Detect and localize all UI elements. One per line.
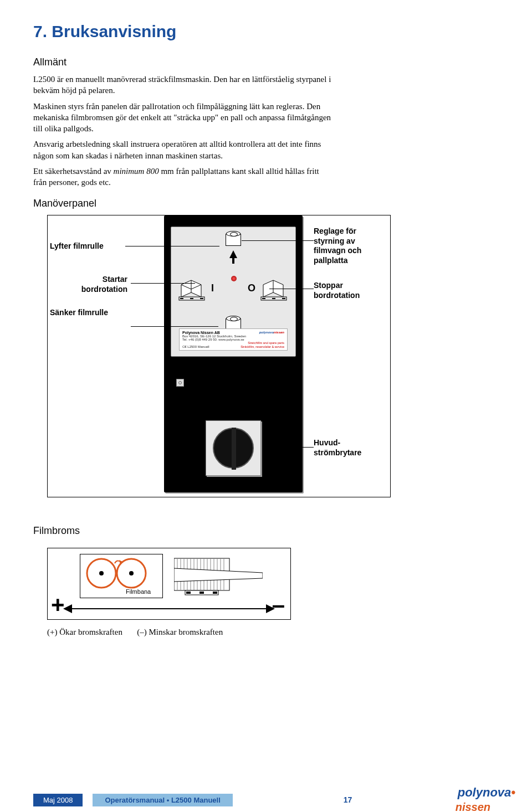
- para-4a: Ett säkerhetsavstånd av: [33, 167, 114, 176]
- filmbroms-box: + – Filmbana: [47, 548, 291, 620]
- plus-sign: +: [51, 592, 65, 618]
- footer-doc-title: Operatörsmanual • L2500 Manuell: [93, 794, 232, 806]
- para-4: Ett säkerhetsavstånd av minimum 800 mm f…: [33, 166, 332, 188]
- filmbroms-captions: (+) Ökar bromskraften (–) Minskar bromsk…: [47, 628, 499, 637]
- para-3: Ansvarig arbetsledning skall instruera o…: [33, 138, 332, 161]
- panel-frame: I O: [47, 215, 391, 497]
- svg-point-17: [129, 571, 134, 575]
- leader-line: [131, 326, 218, 327]
- filmbroms-figure: + – Filmbana: [33, 548, 499, 637]
- caption-minus: (–) Minskar bromskraften: [137, 628, 223, 636]
- double-arrow-icon: [64, 608, 274, 609]
- nameplate-tag2: Sträckfilm, reservdelar & service: [241, 345, 284, 348]
- callout-sanker: Sänker filmrulle: [50, 308, 108, 318]
- logo-polynova: polynova: [458, 785, 511, 799]
- svg-rect-2: [190, 298, 193, 299]
- pallet-start-icon: [178, 277, 206, 301]
- nameplate-tag1: Stretchfilm and spare parts: [248, 341, 284, 345]
- callout-reglage: Reglage för styrning av filmvagn och pal…: [314, 227, 386, 265]
- svg-rect-3: [200, 298, 203, 299]
- leader-line: [242, 240, 314, 241]
- pallet-stop-icon: [260, 277, 288, 301]
- nameplate: Polynova Nissen AB Box 42016, SE-126 12 …: [179, 328, 288, 351]
- caption-plus: (+) Ökar bromskraften: [47, 628, 122, 636]
- section-title: 7. Bruksanvisning: [33, 22, 499, 41]
- callout-lyfter: Lyfter filmrulle: [50, 241, 104, 251]
- svg-rect-38: [200, 592, 204, 594]
- logo-nissen: nissen: [456, 801, 490, 812]
- filmbana-label: Filmbana: [126, 588, 151, 595]
- callout-stoppar: Stoppar bordrotation: [314, 281, 390, 300]
- callout-startar: Startar bordrotation: [72, 275, 127, 294]
- nameplate-model: L2500 Manuell: [187, 345, 209, 348]
- page-footer: Maj 2008 Operatörsmanual • L2500 Manuell…: [0, 788, 532, 812]
- main-switch: [206, 420, 261, 476]
- footer-page-number: 17: [344, 795, 352, 804]
- para-1: L2500 är en manuellt manövrerad sträckfi…: [33, 74, 332, 96]
- svg-point-15: [99, 571, 104, 575]
- leader-line: [269, 289, 314, 289]
- arrow-up-icon: [229, 250, 237, 258]
- heading-manoverpanel: Manöverpanel: [33, 198, 499, 209]
- svg-rect-11: [282, 298, 285, 299]
- footer-date: Maj 2008: [33, 794, 83, 806]
- extruder-icon: [174, 555, 263, 597]
- film-rollers-icon: Filmbana: [80, 554, 163, 598]
- led-icon: [231, 276, 237, 281]
- svg-rect-9: [262, 298, 265, 299]
- footer-logo: polynova• nissen: [458, 785, 515, 812]
- fuse-icon: [176, 379, 184, 387]
- heading-filmbroms: Filmbroms: [33, 525, 499, 537]
- panel-body: I O: [164, 215, 303, 492]
- stop-symbol-o: O: [248, 282, 255, 294]
- svg-marker-35: [174, 568, 263, 582]
- leader-line: [131, 283, 195, 284]
- svg-rect-10: [272, 298, 275, 299]
- svg-rect-1: [180, 298, 183, 299]
- leader-line: [263, 447, 314, 448]
- callout-huvud: Huvud- strömbrytare: [314, 438, 361, 458]
- heading-allmant: Allmänt: [33, 56, 499, 68]
- leader-line: [125, 246, 219, 246]
- svg-rect-37: [186, 592, 191, 594]
- control-panel-figure: I O: [33, 215, 499, 525]
- svg-rect-39: [213, 592, 217, 594]
- para-2: Maskinen styrs från panelen där pallrota…: [33, 101, 332, 135]
- film-roll-up-icon: [226, 234, 241, 246]
- start-symbol-i: I: [211, 282, 214, 294]
- para-4-italic: minimum 800: [114, 167, 159, 176]
